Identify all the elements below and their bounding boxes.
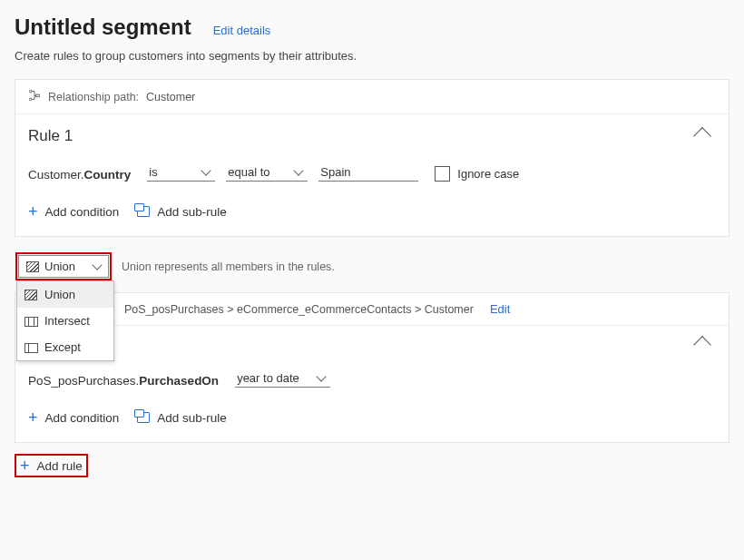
rule-card-1: Relationship path: Customer Rule 1 Custo… xyxy=(15,79,729,237)
condition-row: PoS_posPurchases.PurchasedOn xyxy=(28,369,716,388)
operator-1-select[interactable] xyxy=(147,163,215,182)
entity-attribute: Customer.Country xyxy=(28,168,131,182)
subrule-icon xyxy=(137,412,150,423)
value-input[interactable] xyxy=(318,163,418,182)
collapse-icon[interactable] xyxy=(693,127,711,145)
rule-card-2: PoS_posPurchases > eCommerce_eCommerceCo… xyxy=(15,292,729,443)
relationship-path: Relationship path: Customer xyxy=(15,80,729,114)
ignore-case-checkbox[interactable]: Ignore case xyxy=(435,166,519,182)
relationship-path: PoS_posPurchases > eCommerce_eCommerceCo… xyxy=(15,293,729,326)
svg-point-1 xyxy=(29,98,32,101)
combiner-container: Union Union Intersect Except xyxy=(16,253,111,280)
plus-icon: + xyxy=(20,457,30,474)
operator-1-select[interactable] xyxy=(235,369,330,388)
subrule-icon xyxy=(137,206,150,217)
combiner-hint: Union represents all members in the rule… xyxy=(122,260,335,273)
except-icon xyxy=(24,342,37,353)
combiner-dropdown: Union Intersect Except xyxy=(16,280,114,361)
combiner-option-except[interactable]: Except xyxy=(17,334,113,360)
relationship-path-value: Customer xyxy=(146,91,195,103)
plus-icon: + xyxy=(28,203,38,220)
entity-attribute: PoS_posPurchases.PurchasedOn xyxy=(28,374,219,388)
edit-path-link[interactable]: Edit xyxy=(490,302,510,316)
chevron-down-icon xyxy=(92,260,102,270)
plus-icon: + xyxy=(28,409,38,426)
checkbox-icon xyxy=(435,166,450,182)
ignore-case-label: Ignore case xyxy=(457,167,519,181)
add-condition-button[interactable]: + Add condition xyxy=(28,203,119,220)
edit-details-link[interactable]: Edit details xyxy=(213,24,271,37)
relationship-path-label: Relationship path: xyxy=(48,91,139,103)
operator-2-select[interactable] xyxy=(226,163,308,182)
rule-name: Rule 1 xyxy=(28,127,73,145)
page-subtitle: Create rules to group customers into seg… xyxy=(15,49,729,63)
page-title: Untitled segment xyxy=(15,15,191,40)
add-subrule-button[interactable]: Add sub-rule xyxy=(137,203,227,220)
combiner-option-intersect[interactable]: Intersect xyxy=(17,308,113,334)
path-icon xyxy=(28,89,41,104)
add-condition-button[interactable]: + Add condition xyxy=(28,409,119,426)
union-icon xyxy=(24,290,37,300)
combiner-option-union[interactable]: Union xyxy=(17,281,113,308)
combiner-select[interactable]: Union xyxy=(18,255,109,278)
svg-rect-2 xyxy=(36,94,40,97)
condition-row: Customer.Country Ignore case xyxy=(28,163,716,182)
add-rule-button[interactable]: + Add rule xyxy=(15,454,88,477)
intersect-icon xyxy=(24,316,37,327)
collapse-icon[interactable] xyxy=(693,336,711,354)
svg-point-0 xyxy=(29,90,32,93)
union-icon xyxy=(26,261,39,272)
relationship-path-value: PoS_posPurchases > eCommerce_eCommerceCo… xyxy=(124,303,474,316)
add-subrule-button[interactable]: Add sub-rule xyxy=(137,409,227,426)
